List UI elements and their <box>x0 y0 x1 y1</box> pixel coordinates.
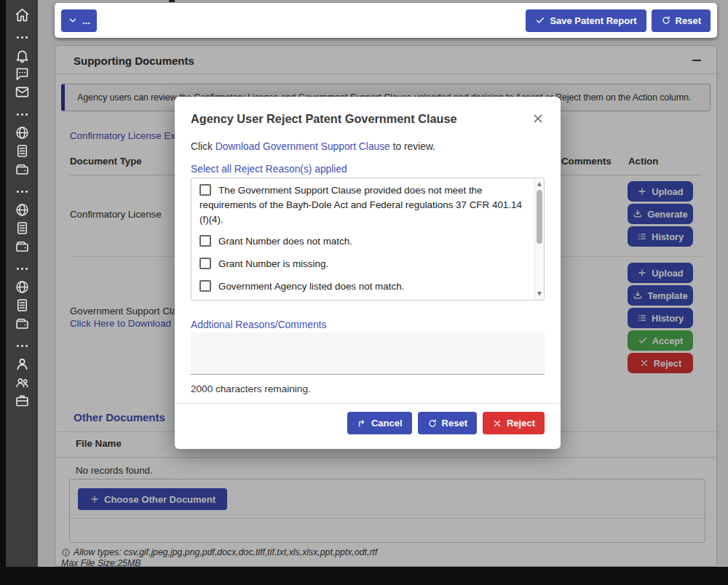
reason-item: The Government Support Clause provided d… <box>199 183 522 226</box>
ellipsis-icon[interactable] <box>15 338 30 354</box>
ellipsis-icon[interactable] <box>15 30 30 45</box>
comments-textarea[interactable] <box>191 333 545 375</box>
check-icon <box>535 15 545 25</box>
left-edge-strip <box>0 0 6 585</box>
scrollbar-thumb[interactable] <box>537 190 542 244</box>
modal-reject-button[interactable]: Reject <box>483 412 545 434</box>
redirect-arrow-icon <box>357 418 367 429</box>
additional-reasons-label: Addtional Reasons/Comments <box>191 319 545 330</box>
document-icon[interactable] <box>15 143 30 159</box>
more-actions-button[interactable]: ... <box>61 9 97 32</box>
scroll-up-arrow[interactable] <box>537 182 542 186</box>
globe-icon[interactable] <box>15 125 30 140</box>
ellipsis-icon[interactable] <box>15 107 30 122</box>
scrollbar[interactable] <box>534 178 544 300</box>
refresh-icon <box>661 15 671 25</box>
cancel-button[interactable]: Cancel <box>347 412 412 434</box>
person-icon[interactable] <box>15 357 30 372</box>
download-government-support-clause-link[interactable]: Download Government Support Clause <box>215 141 390 152</box>
toolbar-reset-button[interactable]: Reset <box>652 9 711 32</box>
close-icon[interactable] <box>531 112 545 125</box>
home-icon[interactable] <box>15 7 30 23</box>
select-reasons-label: Select all Reject Reason(s) applied <box>191 164 545 175</box>
bottom-edge-strip <box>0 567 728 585</box>
bell-icon[interactable] <box>15 48 30 63</box>
document-icon[interactable] <box>15 298 30 313</box>
modal-title: Agency User Reject Patent Government Cla… <box>191 112 457 126</box>
reason-checkbox[interactable] <box>199 235 211 247</box>
reason-item: Grant Number does not match. <box>199 234 522 249</box>
reason-checkbox[interactable] <box>199 258 211 269</box>
wallet-icon[interactable] <box>15 239 30 254</box>
scroll-down-arrow[interactable] <box>537 292 542 296</box>
reject-clause-modal: Agency User Reject Patent Government Cla… <box>175 97 561 449</box>
modal-header: Agency User Reject Patent Government Cla… <box>191 110 545 127</box>
ellipsis-icon[interactable] <box>15 261 30 276</box>
document-icon[interactable] <box>15 220 30 236</box>
refresh-icon <box>427 418 438 429</box>
top-edge-artifact <box>169 0 175 2</box>
modal-reset-button[interactable]: Reset <box>418 412 477 434</box>
reasons-items: The Government Support Clause provided d… <box>191 178 544 301</box>
reject-reasons-list: The Government Support Clause provided d… <box>191 178 545 301</box>
sidebar <box>6 0 38 567</box>
mail-icon[interactable] <box>15 84 30 100</box>
chevron-down-icon <box>68 15 78 25</box>
chat-icon[interactable] <box>15 66 30 81</box>
briefcase-icon[interactable] <box>15 393 30 408</box>
modal-footer: Cancel Reset Reject <box>191 404 545 434</box>
reason-checkbox[interactable] <box>199 280 211 292</box>
globe-icon[interactable] <box>15 202 30 218</box>
characters-remaining-text: 2000 characters remaining. <box>191 383 545 394</box>
reason-item: Grant Number is missing. <box>199 257 522 271</box>
wallet-icon[interactable] <box>15 162 30 177</box>
people-icon[interactable] <box>15 375 30 390</box>
save-patent-report-button[interactable]: Save Patent Report <box>526 9 646 32</box>
reason-checkbox[interactable] <box>199 184 211 196</box>
top-toolbar: ... Save Patent Report Reset <box>55 3 717 38</box>
ellipsis-icon[interactable] <box>15 184 30 199</box>
modal-instruction: Click Download Government Support Clause… <box>191 141 545 152</box>
globe-icon[interactable] <box>15 279 30 295</box>
wallet-icon[interactable] <box>15 316 30 331</box>
app-root: Supporting Documents Agency users can re… <box>0 0 728 585</box>
x-icon <box>492 418 502 429</box>
reason-item: Government Agency listed does not match. <box>199 279 522 294</box>
